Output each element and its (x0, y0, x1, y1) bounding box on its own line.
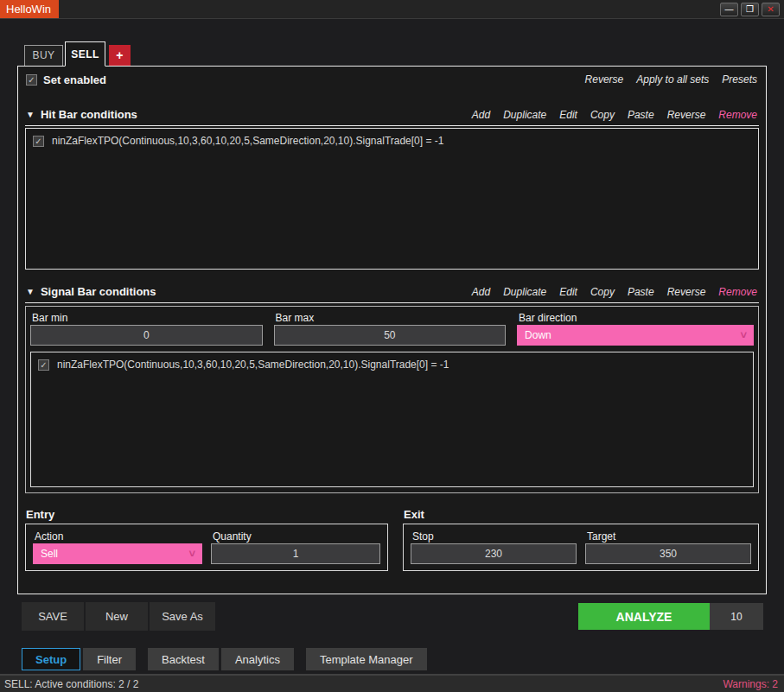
entry-section: Entry Action Sell ˅ Quantity (25, 508, 388, 571)
target-input[interactable] (585, 543, 751, 564)
apply-to-all-sets-link[interactable]: Apply to all sets (636, 73, 709, 86)
tab-filter[interactable]: Filter (83, 648, 136, 670)
edit-link[interactable]: Edit (559, 286, 577, 298)
action-value: Sell (41, 548, 58, 560)
tab-analytics[interactable]: Analytics (221, 648, 294, 670)
paste-link[interactable]: Paste (628, 286, 654, 298)
hit-bar-conditions-label: Hit Bar conditions (41, 108, 137, 121)
quantity-column: Quantity (211, 529, 380, 564)
exit-title: Exit (403, 508, 759, 524)
condition-checkbox[interactable]: ✓ (38, 359, 49, 371)
set-actions: Reverse Apply to all sets Presets (585, 73, 757, 86)
tab-backtest[interactable]: Backtest (148, 648, 219, 670)
quantity-label: Quantity (211, 529, 380, 543)
bar-direction-value: Down (525, 329, 551, 341)
bar-direction-label: Bar direction (517, 310, 754, 325)
bar-min-label: Bar min (30, 310, 263, 325)
titlebar: HelloWin — ❐ ✕ (0, 0, 784, 19)
stop-input[interactable] (411, 543, 577, 564)
chevron-down-icon: ˅ (188, 549, 195, 558)
action-select[interactable]: Sell ˅ (33, 543, 202, 564)
collapse-arrow-icon[interactable]: ▼ (26, 110, 35, 119)
hit-conditions-list[interactable]: ✓ ninZaFlexTPO(Continuous,10,3,60,10,20,… (25, 128, 759, 270)
tab-setup[interactable]: Setup (22, 648, 80, 670)
footer-bar: SAVE New Save As ANALYZE 10 (22, 602, 763, 631)
close-icon[interactable]: ✕ (762, 3, 780, 16)
set-enabled-label: Set enabled (43, 73, 106, 86)
tab-buy[interactable]: BUY (24, 45, 63, 66)
condition-checkbox[interactable]: ✓ (33, 136, 44, 147)
stop-column: Stop (411, 529, 577, 564)
minimize-icon[interactable]: — (720, 3, 738, 16)
tab-template-manager[interactable]: Template Manager (306, 648, 427, 670)
presets-link[interactable]: Presets (722, 73, 757, 86)
bar-direction-column: Bar direction Down ˅ (517, 310, 754, 346)
entry-exit-row: Entry Action Sell ˅ Quantity Exit (25, 508, 759, 571)
bar-max-column: Bar max (274, 310, 507, 346)
quantity-input[interactable] (211, 543, 380, 564)
condition-text: ninZaFlexTPO(Continuous,10,3,60,10,20,5,… (52, 135, 443, 147)
duplicate-link[interactable]: Duplicate (503, 286, 546, 298)
window-controls: — ❐ ✕ (720, 0, 784, 18)
reverse-link[interactable]: Reverse (667, 109, 706, 121)
list-item[interactable]: ✓ ninZaFlexTPO(Continuous,10,3,60,10,20,… (38, 359, 746, 371)
target-label: Target (585, 529, 751, 543)
add-set-tab-button[interactable]: + (109, 45, 131, 66)
hit-bar-conditions-title[interactable]: ▼ Hit Bar conditions (26, 108, 137, 121)
reverse-link[interactable]: Reverse (667, 286, 706, 298)
tab-sell[interactable]: SELL (65, 41, 105, 67)
chevron-down-icon: ˅ (740, 331, 747, 340)
signal-bar-conditions-header: ▼ Signal Bar conditions Add Duplicate Ed… (25, 283, 759, 303)
save-button[interactable]: SAVE (22, 602, 84, 631)
signal-bar-conditions-label: Signal Bar conditions (41, 285, 156, 298)
set-enabled-row: ✓ Set enabled Reverse Apply to all sets … (18, 67, 766, 92)
exit-section: Exit Stop Target (403, 508, 759, 571)
list-item[interactable]: ✓ ninZaFlexTPO(Continuous,10,3,60,10,20,… (33, 135, 751, 147)
bar-max-label: Bar max (274, 310, 507, 325)
remove-link[interactable]: Remove (718, 286, 757, 298)
signal-bar-conditions-title[interactable]: ▼ Signal Bar conditions (26, 285, 156, 298)
save-as-button[interactable]: Save As (150, 602, 215, 631)
new-button[interactable]: New (86, 602, 148, 631)
bottom-tab-bar: Setup Filter Backtest Analytics Template… (22, 648, 784, 670)
hit-bar-conditions-header: ▼ Hit Bar conditions Add Duplicate Edit … (25, 106, 759, 126)
duplicate-link[interactable]: Duplicate (503, 109, 546, 121)
bar-direction-select[interactable]: Down ˅ (517, 325, 754, 346)
status-warnings: Warnings: 2 (723, 678, 778, 690)
hit-condition-actions: Add Duplicate Edit Copy Paste Reverse Re… (472, 109, 757, 121)
analyze-button[interactable]: ANALYZE (578, 603, 710, 630)
set-tab-bar: BUY SELL + (24, 41, 784, 66)
set-enabled-control[interactable]: ✓ Set enabled (26, 73, 106, 86)
set-enabled-checkbox[interactable]: ✓ (26, 74, 37, 86)
stop-label: Stop (411, 529, 577, 543)
status-bar: SELL: Active conditions: 2 / 2 Warnings:… (0, 674, 784, 692)
condition-text: ninZaFlexTPO(Continuous,10,3,60,10,20,5,… (57, 359, 449, 371)
status-active-conditions: SELL: Active conditions: 2 / 2 (4, 678, 138, 690)
bar-min-input[interactable] (30, 325, 263, 346)
copy-link[interactable]: Copy (590, 109, 615, 121)
signal-conditions-list[interactable]: ✓ ninZaFlexTPO(Continuous,10,3,60,10,20,… (30, 352, 754, 487)
analyze-count-field[interactable]: 10 (710, 603, 763, 630)
edit-link[interactable]: Edit (559, 109, 577, 121)
titlebar-drag-area[interactable] (59, 0, 720, 18)
action-column: Action Sell ˅ (33, 529, 202, 564)
add-link[interactable]: Add (472, 286, 490, 298)
reverse-set-link[interactable]: Reverse (585, 73, 624, 86)
target-column: Target (585, 529, 751, 564)
action-label: Action (33, 529, 202, 543)
bar-max-input[interactable] (274, 325, 507, 346)
paste-link[interactable]: Paste (628, 109, 654, 121)
collapse-arrow-icon[interactable]: ▼ (26, 287, 35, 296)
maximize-icon[interactable]: ❐ (741, 3, 759, 16)
add-link[interactable]: Add (472, 109, 490, 121)
signal-bar-group: Bar min Bar max Bar direction Down ˅ ✓ n… (25, 306, 759, 493)
entry-title: Entry (25, 508, 388, 524)
set-panel: ✓ Set enabled Reverse Apply to all sets … (17, 66, 767, 594)
signal-condition-actions: Add Duplicate Edit Copy Paste Reverse Re… (472, 286, 757, 298)
window-title: HelloWin (0, 0, 59, 18)
bar-min-column: Bar min (30, 310, 263, 346)
copy-link[interactable]: Copy (590, 286, 615, 298)
remove-link[interactable]: Remove (718, 109, 757, 121)
